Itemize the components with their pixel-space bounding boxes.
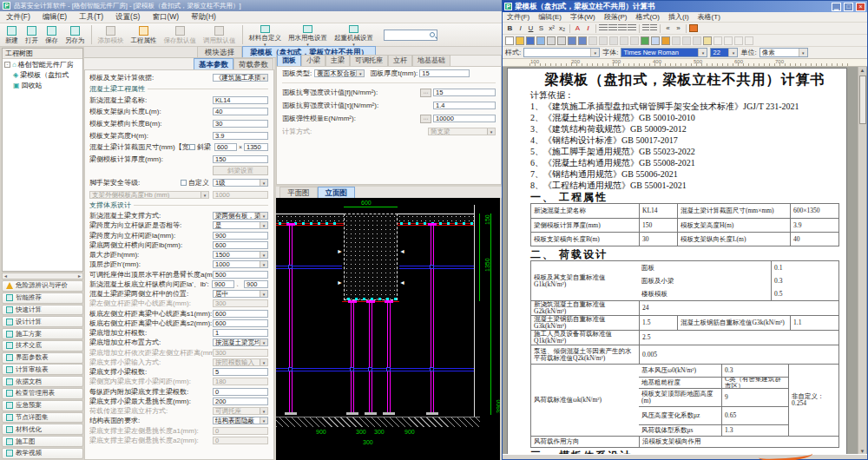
tree-horizontal-scrollbar[interactable]: ◄►: [2, 273, 83, 279]
side-button[interactable]: 设计计算: [2, 316, 83, 327]
lookup-button[interactable]: ⋯: [420, 115, 431, 123]
side-button[interactable]: 施工图: [2, 436, 83, 447]
indent-icon[interactable]: »: [674, 23, 683, 33]
box4-icon[interactable]: [745, 36, 753, 45]
paste-icon[interactable]: [609, 36, 618, 45]
param-tab[interactable]: 荷载参数: [233, 58, 273, 69]
font-select[interactable]: Times New Roman: [621, 48, 707, 57]
width-input[interactable]: 600: [214, 143, 237, 151]
toolbar-button[interactable]: 保存默认值: [161, 24, 201, 46]
form-input[interactable]: 200: [213, 398, 268, 405]
align-left-icon[interactable]: [599, 24, 608, 32]
doc-menu-item[interactable]: 编辑(E): [534, 12, 566, 22]
new-doc-icon[interactable]: [505, 36, 514, 45]
doc-menu-item[interactable]: 插入(I): [664, 12, 694, 22]
side-button[interactable]: 节点详图集: [2, 412, 83, 424]
form-input[interactable]: KL14: [213, 96, 268, 104]
component-tab[interactable]: 主梁: [326, 55, 350, 66]
tree-node-root[interactable]: - ⌂ 格创智能元件厂房: [3, 59, 82, 69]
page-color-icon[interactable]: [689, 24, 698, 32]
toolbar-button[interactable]: 工程属性: [128, 24, 161, 46]
replace-icon[interactable]: [578, 36, 587, 45]
color-icon[interactable]: [661, 36, 670, 45]
toolbar-button[interactable]: 另存为: [62, 24, 89, 46]
box3-icon[interactable]: [734, 36, 743, 45]
toolbar-button[interactable]: 添加模块: [95, 24, 128, 46]
menu-item[interactable]: 设置(S): [109, 11, 146, 23]
param-tab[interactable]: 基本参数: [194, 58, 233, 69]
form-input[interactable]: 900: [244, 280, 268, 288]
font-size-select[interactable]: 22: [710, 48, 738, 57]
box1-icon[interactable]: [713, 36, 722, 45]
dropdown-caret-icon[interactable]: ▾: [352, 43, 355, 46]
open-folder-icon[interactable]: [516, 36, 524, 45]
form-select[interactable]: 1500: [213, 251, 268, 259]
doc-menu-item[interactable]: 格式(O): [631, 12, 664, 22]
search-input[interactable]: [384, 30, 437, 41]
form-input[interactable]: 600: [213, 319, 268, 327]
form-select[interactable]: 梁两侧有板，梁底小: [213, 212, 268, 220]
side-button[interactable]: 应急预案: [2, 400, 83, 411]
preview-icon[interactable]: [557, 36, 566, 45]
toolbar-button[interactable]: 材料自定义▾: [246, 24, 286, 46]
side-button[interactable]: 教学视频: [2, 448, 83, 459]
outdent-icon[interactable]: «: [663, 23, 673, 33]
side-button[interactable]: 智能推荐: [2, 292, 83, 304]
form-input[interactable]: 150: [213, 155, 268, 163]
drawing-tab[interactable]: 平面图: [279, 187, 318, 198]
form-input[interactable]: 600: [213, 310, 268, 318]
form-input[interactable]: 300: [213, 299, 268, 307]
subscript-icon[interactable]: x₂: [557, 23, 567, 33]
component-tab[interactable]: 面板: [277, 55, 301, 66]
panel-thickness-input[interactable]: 15: [419, 69, 470, 77]
toolbar-button[interactable]: 起重机械设置▾: [331, 24, 377, 46]
toolbar-button[interactable]: 新建: [2, 24, 22, 46]
doc-menu-item[interactable]: 字体(W): [566, 12, 600, 22]
link-icon[interactable]: [682, 36, 691, 45]
component-tab[interactable]: 立杆: [388, 55, 412, 66]
box2-icon[interactable]: [724, 36, 733, 45]
side-button[interactable]: 施工方案: [2, 328, 83, 339]
form-input[interactable]: 180: [213, 378, 268, 385]
close-button[interactable]: ×: [856, 3, 865, 11]
component-tab[interactable]: 小梁: [301, 55, 326, 66]
form-select[interactable]: 按混凝土梁宽均分: [213, 338, 268, 346]
underline-icon[interactable]: U: [526, 23, 536, 33]
italic-icon[interactable]: I: [516, 23, 525, 33]
form-input[interactable]: 500: [213, 271, 268, 279]
undo-icon[interactable]: [620, 36, 628, 45]
side-button[interactable]: 危险源辨识与评价: [2, 280, 83, 292]
checkbox-icon[interactable]: [181, 180, 187, 186]
toolbar-button[interactable]: 调用默认值: [200, 24, 240, 46]
toolbar-button[interactable]: 保存: [42, 24, 62, 46]
menu-item[interactable]: 文件(F): [0, 11, 36, 23]
component-tab[interactable]: 可调托座: [350, 55, 388, 66]
bulleted-list-icon[interactable]: [650, 24, 657, 32]
module-tab[interactable]: 模块选择: [197, 46, 242, 57]
copy-icon[interactable]: [599, 36, 608, 45]
redo-icon[interactable]: [630, 36, 639, 45]
form-select[interactable]: 1级: [213, 179, 268, 187]
side-button[interactable]: 依据文档: [2, 376, 83, 387]
form-input[interactable]: 900: [213, 232, 268, 240]
find-icon[interactable]: [568, 36, 576, 45]
form-input[interactable]: 600: [213, 241, 268, 249]
style-select[interactable]: [523, 48, 600, 57]
dropdown-caret-icon[interactable]: ▾: [306, 43, 309, 46]
save-icon[interactable]: [526, 36, 535, 45]
unit-select[interactable]: 像素: [760, 48, 808, 57]
form-select[interactable]: 支架外侧模板高度Hb (mm): [89, 191, 209, 199]
side-button[interactable]: 技术交底: [2, 340, 83, 352]
oblique-beam-settings-button[interactable]: 斜梁设置: [213, 166, 268, 175]
form-select[interactable]: 结构表面隐蔽: [213, 417, 268, 424]
superscript-icon[interactable]: x²: [547, 23, 556, 33]
form-input[interactable]: 1: [213, 329, 268, 337]
strikethrough-icon[interactable]: S: [536, 23, 546, 33]
formula-icon[interactable]: [672, 36, 681, 45]
highlight-icon[interactable]: /: [583, 23, 593, 33]
form-input[interactable]: 5: [213, 368, 268, 376]
form-input[interactable]: 40: [213, 108, 268, 115]
form-select[interactable]: 是: [213, 221, 268, 229]
menu-item[interactable]: 编辑(E): [36, 11, 73, 23]
toolbar-button[interactable]: 用水用电设置▾: [285, 24, 331, 46]
